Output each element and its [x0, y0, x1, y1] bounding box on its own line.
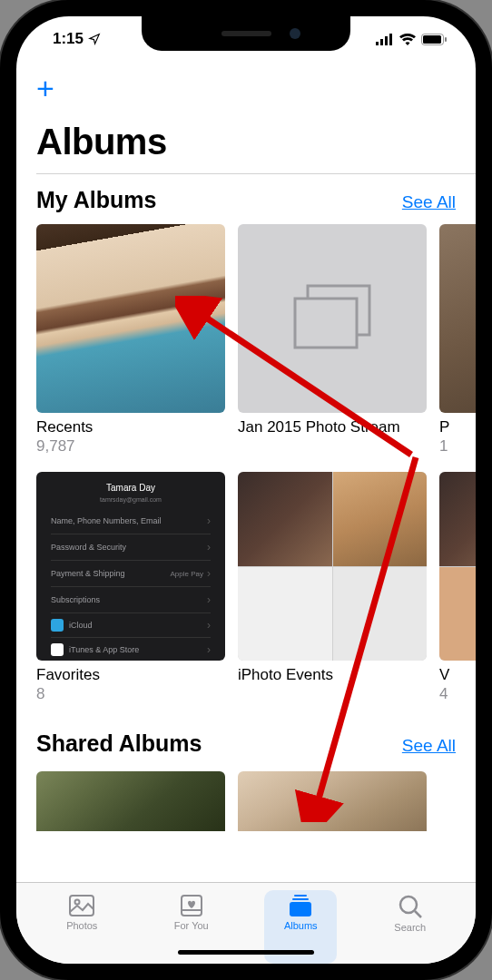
search-icon — [398, 894, 423, 919]
tab-photos[interactable]: Photos — [45, 890, 118, 964]
for-you-icon — [178, 894, 205, 917]
album-favorites[interactable]: Tamara Day tamrsday@gmail.com Name, Phon… — [36, 472, 225, 703]
album-thumb — [36, 224, 225, 413]
album-photo-stream[interactable]: Jan 2015 Photo Stream — [238, 224, 427, 456]
phone-frame: 1:15 + Albums My Albums See All R — [0, 0, 492, 980]
album-name: Favorites — [36, 666, 225, 684]
content-scroll[interactable]: Albums My Albums See All Recents 9,787 J… — [16, 114, 476, 882]
album-recents[interactable]: Recents 9,787 — [36, 224, 225, 456]
svg-rect-0 — [376, 42, 379, 45]
album-name: Recents — [36, 418, 225, 436]
shared-album-thumb[interactable] — [238, 771, 427, 831]
svg-rect-1 — [380, 39, 383, 45]
nav-bar: + — [16, 62, 476, 114]
tab-label: Albums — [284, 920, 318, 931]
album-thumb — [238, 472, 427, 661]
add-album-button[interactable]: + — [36, 73, 54, 103]
svg-rect-5 — [423, 35, 441, 44]
albums-icon — [287, 894, 314, 917]
svg-point-20 — [400, 897, 417, 913]
album-name: Jan 2015 Photo Stream — [238, 418, 427, 436]
location-icon — [88, 33, 101, 45]
svg-rect-17 — [294, 895, 307, 897]
album-partial-1[interactable]: P 1 — [439, 224, 476, 456]
album-count: 9,787 — [36, 437, 225, 456]
album-thumb — [439, 224, 476, 413]
notch — [142, 16, 350, 51]
screen: 1:15 + Albums My Albums See All R — [16, 16, 476, 964]
photos-icon — [68, 894, 95, 917]
cellular-icon — [376, 34, 394, 45]
tab-label: Photos — [66, 920, 97, 931]
tab-search[interactable]: Search — [374, 890, 447, 964]
section-header-shared: Shared Albums See All — [16, 718, 476, 768]
album-partial-2[interactable]: V 4 — [439, 472, 476, 703]
album-thumb — [238, 224, 427, 413]
see-all-link[interactable]: See All — [402, 736, 456, 756]
status-time: 1:15 — [53, 30, 84, 48]
shared-album-thumb[interactable] — [36, 771, 225, 831]
section-title: My Albums — [36, 187, 156, 213]
svg-rect-3 — [389, 34, 392, 45]
svg-rect-6 — [445, 37, 447, 42]
tab-label: For You — [174, 920, 209, 931]
album-name: V — [439, 666, 476, 684]
album-count: 1 — [439, 437, 476, 456]
album-name: iPhoto Events — [238, 666, 427, 684]
svg-rect-2 — [385, 36, 388, 45]
section-title: Shared Albums — [36, 730, 202, 757]
svg-rect-18 — [292, 898, 309, 900]
svg-line-21 — [415, 911, 421, 917]
photo-stack-icon — [291, 284, 373, 353]
section-header-my-albums: My Albums See All — [16, 174, 476, 224]
album-row-1[interactable]: Recents 9,787 Jan 2015 Photo Stream P 1 — [16, 224, 476, 456]
home-indicator[interactable] — [178, 950, 314, 955]
album-name: P — [439, 418, 476, 436]
album-row-2[interactable]: Tamara Day tamrsday@gmail.com Name, Phon… — [16, 472, 476, 703]
svg-rect-8 — [295, 299, 357, 348]
battery-icon — [421, 34, 447, 45]
wifi-icon — [399, 34, 416, 45]
album-iphoto-events[interactable]: iPhoto Events — [238, 472, 427, 703]
svg-point-14 — [75, 900, 80, 905]
album-count: 4 — [439, 685, 476, 703]
page-title: Albums — [16, 114, 476, 173]
shared-album-row[interactable] — [16, 768, 476, 831]
album-thumb: Tamara Day tamrsday@gmail.com Name, Phon… — [36, 472, 225, 661]
album-thumb — [439, 472, 476, 661]
svg-rect-19 — [290, 902, 311, 916]
album-count: 8 — [36, 685, 225, 703]
see-all-link[interactable]: See All — [402, 192, 456, 212]
tab-label: Search — [394, 922, 426, 933]
